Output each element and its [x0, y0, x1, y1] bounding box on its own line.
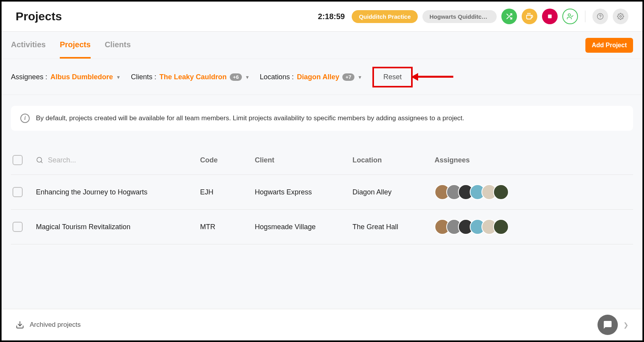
search-input[interactable] — [48, 156, 200, 164]
filter-assignees-value: Albus Dumbledore — [50, 73, 113, 81]
settings-button[interactable] — [613, 9, 628, 24]
filter-locations-value: Diagon Alley — [297, 73, 339, 81]
stop-icon — [547, 14, 553, 19]
project-client: Hogsmeade Village — [255, 223, 352, 231]
chevron-down-icon: ▼ — [116, 75, 121, 80]
arrow-shaft — [418, 76, 453, 78]
filter-locations-count: +7 — [342, 73, 354, 81]
break-button[interactable] — [522, 9, 537, 24]
table-body: Enhancing the Journey to HogwartsEJHHogw… — [11, 175, 633, 244]
tab-projects[interactable]: Projects — [60, 32, 91, 59]
project-location: Diagon Alley — [352, 188, 435, 196]
filter-locations[interactable]: Locations : Diagon Alley +7 ▼ — [260, 73, 362, 81]
search-icon — [36, 156, 43, 164]
help-button[interactable] — [592, 9, 608, 24]
filter-clients[interactable]: Clients : The Leaky Cauldron +6 ▼ — [131, 73, 250, 81]
project-code: MTR — [200, 223, 255, 231]
col-location: Location — [352, 156, 435, 164]
filters-row: Assignees : Albus Dumbledore ▼ Clients :… — [2, 59, 642, 95]
page-title: Projects — [16, 10, 62, 23]
arrow-head-icon — [411, 73, 418, 81]
archive-icon — [16, 321, 24, 329]
archived-label: Archived projects — [30, 321, 80, 329]
filter-assignees[interactable]: Assignees : Albus Dumbledore ▼ — [11, 73, 121, 81]
chevron-right-icon: ❯ — [623, 321, 628, 329]
svg-line-12 — [41, 162, 42, 163]
table-row[interactable]: Enhancing the Journey to HogwartsEJHHogw… — [11, 175, 633, 210]
chat-button[interactable] — [597, 315, 618, 335]
table-row[interactable]: Magical Tourism RevitalizationMTRHogsmea… — [11, 210, 633, 244]
avatar[interactable] — [493, 219, 509, 235]
footer: Archived projects ❯ — [2, 309, 642, 340]
tabs-row: Activities Projects Clients Add Project — [2, 32, 642, 59]
project-location: The Great Hall — [352, 223, 435, 231]
shuffle-icon — [506, 13, 513, 20]
tab-activities[interactable]: Activities — [11, 32, 46, 59]
coffee-icon — [526, 13, 533, 20]
col-code: Code — [200, 156, 255, 164]
tabs-list: Activities Projects Clients — [11, 32, 131, 59]
chevron-down-icon: ▼ — [358, 75, 362, 80]
table-header: Code Client Location Assignees — [11, 146, 633, 175]
user-add-button[interactable] — [562, 9, 578, 24]
svg-point-10 — [620, 16, 622, 18]
row-checkbox[interactable] — [13, 187, 23, 197]
active-task-pill[interactable]: Quidditch Practice — [352, 10, 418, 23]
assignee-avatars — [435, 219, 631, 235]
settings-icon — [617, 13, 624, 20]
add-project-button[interactable]: Add Project — [585, 38, 633, 53]
project-name: Magical Tourism Revitalization — [36, 223, 200, 231]
info-text: By default, projects created will be ava… — [36, 114, 464, 122]
shuffle-button[interactable] — [501, 9, 517, 24]
filter-clients-label: Clients : — [131, 73, 156, 81]
reset-button[interactable]: Reset — [372, 67, 413, 87]
filter-clients-value: The Leaky Cauldron — [159, 73, 227, 81]
archived-projects-link[interactable]: Archived projects — [16, 321, 80, 329]
info-banner: i By default, projects created will be a… — [11, 106, 633, 131]
stop-button[interactable] — [542, 9, 558, 24]
search-cell — [36, 156, 200, 164]
filter-assignees-label: Assignees : — [11, 73, 47, 81]
divider — [585, 11, 585, 22]
chat-icon — [603, 320, 612, 330]
col-client: Client — [255, 156, 352, 164]
project-client: Hogwarts Express — [255, 188, 352, 196]
filter-locations-label: Locations : — [260, 73, 294, 81]
project-name: Enhancing the Journey to Hogwarts — [36, 188, 200, 196]
timer-display: 2:18:59 — [318, 12, 345, 21]
header-right: 2:18:59 Quidditch Practice Hogwarts Quid… — [318, 9, 628, 24]
content-area: i By default, projects created will be a… — [2, 95, 642, 322]
chevron-down-icon: ▼ — [245, 75, 250, 80]
filter-clients-count: +6 — [230, 73, 242, 81]
user-check-icon — [567, 13, 574, 20]
footer-right: ❯ — [597, 315, 628, 335]
select-all-checkbox[interactable] — [13, 155, 23, 165]
project-code: EJH — [200, 188, 255, 196]
tab-clients[interactable]: Clients — [105, 32, 131, 59]
secondary-task-pill[interactable]: Hogwarts Quidditch To... — [422, 10, 497, 23]
help-icon — [597, 13, 604, 20]
svg-line-2 — [507, 14, 508, 16]
col-assignees: Assignees — [435, 156, 631, 164]
svg-rect-6 — [548, 14, 551, 18]
assignee-avatars — [435, 184, 631, 200]
avatar[interactable] — [493, 184, 509, 200]
app-header: Projects 2:18:59 Quidditch Practice Hogw… — [2, 2, 642, 32]
svg-point-7 — [568, 14, 571, 16]
info-icon: i — [20, 114, 30, 123]
row-checkbox[interactable] — [13, 222, 23, 232]
annotation-arrow — [411, 73, 453, 81]
